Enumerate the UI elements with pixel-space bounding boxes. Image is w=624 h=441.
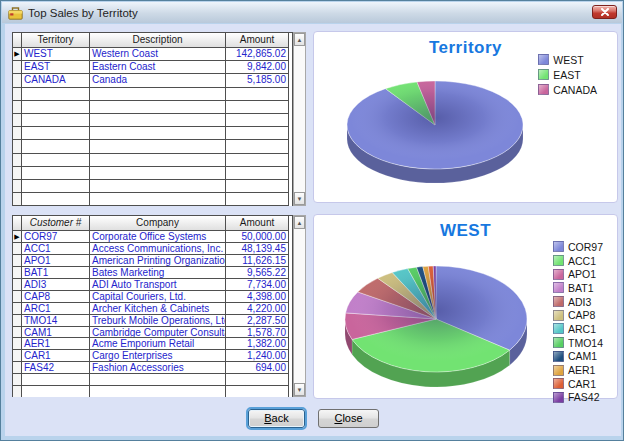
table-cell: ADI Auto Transport [90,279,226,291]
table-row[interactable]: CANADACanada5,185.00 [13,74,292,87]
record-selector-arrow: ▶ [13,48,22,61]
table-row[interactable] [13,154,292,167]
table-cell: Eastern Coast [90,61,226,74]
table-row[interactable] [13,386,292,397]
legend-swatch [553,392,564,403]
table-cell [22,127,90,140]
table-row[interactable] [13,193,292,206]
legend-swatch [538,69,549,80]
legend-label: CAM1 [568,350,597,362]
table-cell: Cargo Enterprises [90,350,226,362]
legend-swatch [538,84,549,95]
table-row[interactable] [13,140,292,153]
table-cell: ARC1 [22,303,90,315]
table-cell [226,88,289,101]
legend-label: CAR1 [568,378,596,390]
table-row[interactable]: FAS42Fashion Accessories694.00 [13,362,292,374]
table-row[interactable] [13,180,292,193]
table-grid: TerritoryDescriptionAmount▶WESTWestern C… [12,32,293,206]
table-cell: 1,240.00 [226,350,289,362]
legend-swatch [553,337,564,348]
app-icon [8,6,23,19]
table-row[interactable]: AER1Acme Emporium Retail1,382.00 [13,338,292,350]
territory-chart-panel: Territory WESTEASTCANADA [313,31,618,203]
table-cell [226,167,289,180]
legend-swatch [553,323,564,334]
table-row[interactable] [13,114,292,127]
table-row[interactable]: CAM1Cambridge Computer Consultant1,578.7… [13,327,292,339]
table-row[interactable] [13,167,292,180]
table-row[interactable]: ▶COR97Corporate Office Systems50,000.00 [13,231,292,243]
legend-label: BAT1 [568,282,593,294]
table-row[interactable]: EASTEastern Coast9,842.00 [13,61,292,74]
table-cell [226,180,289,193]
table-cell [22,114,90,127]
table-cell [226,114,289,127]
table-cell: 48,139.45 [226,243,289,255]
table-cell: BAT1 [22,267,90,279]
table-row[interactable]: ADI3ADI Auto Transport7,734.00 [13,279,292,291]
customer-table: Customer #CompanyAmount▶COR97Corporate O… [12,215,306,397]
table-row[interactable]: ▶WESTWestern Coast142,865.02 [13,48,292,61]
table-cell [22,374,90,386]
scroll-up-button[interactable]: ▲ [294,216,305,229]
selector-header [13,33,22,48]
table-cell: 5,185.00 [226,74,289,87]
table-cell: 694.00 [226,362,289,374]
legend-swatch [553,296,564,307]
vertical-scrollbar[interactable]: ▲ ▼ [293,215,306,397]
table-row[interactable] [13,374,292,386]
back-button[interactable]: Back [248,409,305,428]
table-cell [90,374,226,386]
legend-item: ADI3 [553,295,603,309]
legend-swatch [553,282,564,293]
legend-item: BAT1 [553,281,603,295]
table-cell [90,154,226,167]
table-cell: FAS42 [22,362,90,374]
record-selector-arrow: ▶ [13,231,22,243]
table-row[interactable]: ACC1Access Communications, Inc.48,139.45 [13,243,292,255]
table-cell [22,180,90,193]
legend-swatch [553,365,564,376]
legend-item: ACC1 [553,254,603,268]
table-cell: TMO14 [22,315,90,327]
territory-table: TerritoryDescriptionAmount▶WESTWestern C… [12,32,306,206]
table-row[interactable] [13,88,292,101]
window-titlebar[interactable]: Top Sales by Territoty [2,2,622,23]
table-row[interactable]: APO1American Printing Organization11,626… [13,255,292,267]
table-row[interactable]: ARC1Archer Kitchen & Cabinets4,220.00 [13,303,292,315]
close-button[interactable]: Close [318,409,379,428]
table-cell: 1,578.70 [226,327,289,339]
table-cell: COR97 [22,231,90,243]
table-row[interactable]: BAT1Bates Marketing9,565.22 [13,267,292,279]
table-cell: AER1 [22,338,90,350]
scroll-up-button[interactable]: ▲ [294,33,305,46]
table-cell [226,374,289,386]
table-row[interactable] [13,101,292,114]
table-row[interactable]: TMO14Treburk Mobile Operations, Ltd.2,28… [13,315,292,327]
table-cell: Cambridge Computer Consultant [90,327,226,339]
table-cell: Acme Emporium Retail [90,338,226,350]
close-icon [601,8,609,16]
table-row[interactable]: CAP8Capital Couriers, Ltd.4,398.00 [13,291,292,303]
scroll-down-button[interactable]: ▼ [294,192,305,205]
window-close-button[interactable] [592,5,617,19]
table-cell: Bates Marketing [90,267,226,279]
table-cell: Treburk Mobile Operations, Ltd. [90,315,226,327]
table-row[interactable] [13,127,292,140]
table-row[interactable]: CAR1Cargo Enterprises1,240.00 [13,350,292,362]
legend-label: CAP8 [568,309,595,321]
table-cell [90,127,226,140]
vertical-scrollbar[interactable]: ▲ ▼ [293,32,306,206]
table-cell [226,127,289,140]
table-cell [226,193,289,206]
legend-label: ADI3 [568,296,591,308]
table-cell: Fashion Accessories [90,362,226,374]
legend-item: CAP8 [553,308,603,322]
legend-label: EAST [553,69,580,81]
table-cell: 7,734.00 [226,279,289,291]
scroll-down-button[interactable]: ▼ [294,383,305,396]
table-cell: 50,000.00 [226,231,289,243]
table-grid: Customer #CompanyAmount▶COR97Corporate O… [12,215,293,397]
legend-label: FAS42 [568,391,600,403]
